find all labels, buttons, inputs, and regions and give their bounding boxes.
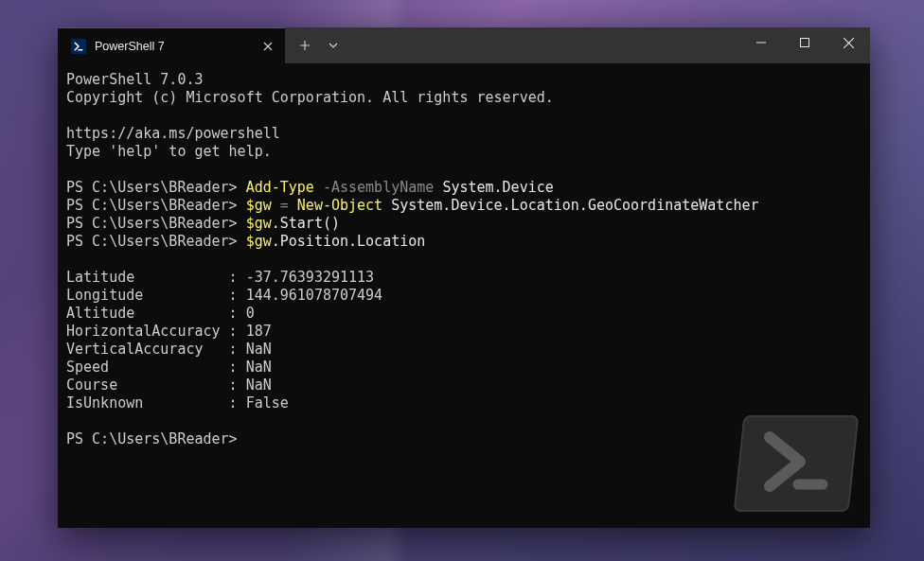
version-line: PowerShell 7.0.3 (66, 71, 204, 88)
prompt: PS C:\Users\BReader> (66, 179, 238, 196)
prompt: PS C:\Users\BReader> (66, 215, 238, 232)
cmdlet: Add-Type (246, 179, 314, 196)
property: .Position.Location (272, 233, 426, 250)
variable: $gw (246, 197, 272, 214)
tab-title: PowerShell 7 (95, 40, 252, 53)
variable: $gw (246, 233, 272, 250)
powershell-watermark-icon (734, 415, 860, 512)
param: -AssemblyName (323, 179, 434, 196)
new-tab-button[interactable] (291, 31, 319, 60)
variable: $gw (246, 215, 272, 232)
method: .Start() (272, 215, 340, 232)
tab-close-button[interactable] (260, 39, 275, 54)
terminal-area[interactable]: PowerShell 7.0.3 Copyright (c) Microsoft… (58, 63, 870, 528)
prompt: PS C:\Users\BReader> (66, 430, 238, 447)
tab-dropdown-button[interactable] (319, 31, 347, 60)
prompt: PS C:\Users\BReader> (66, 197, 238, 214)
cmdlet: New-Object (297, 197, 382, 214)
operator: = (280, 197, 289, 214)
powershell-icon (71, 39, 86, 54)
terminal-window: PowerShell 7 PowerShell 7.0.3 C (58, 27, 870, 528)
titlebar[interactable]: PowerShell 7 (58, 27, 870, 63)
arg: System.Device.Location.GeoCoordinateWatc… (391, 197, 758, 214)
copyright-line: Copyright (c) Microsoft Corporation. All… (66, 89, 554, 106)
svg-rect-2 (801, 39, 809, 47)
minimize-button[interactable] (739, 27, 783, 58)
url-line: https://aka.ms/powershell (66, 125, 280, 142)
maximize-button[interactable] (783, 27, 826, 58)
help-line: Type 'help' to get help. (66, 143, 272, 160)
tab-powershell[interactable]: PowerShell 7 (58, 27, 285, 63)
output-block: Latitude : -37.76393291113 Longitude : 1… (66, 269, 382, 412)
close-button[interactable] (826, 27, 870, 58)
arg: System.Device (442, 179, 553, 196)
prompt: PS C:\Users\BReader> (66, 233, 238, 250)
